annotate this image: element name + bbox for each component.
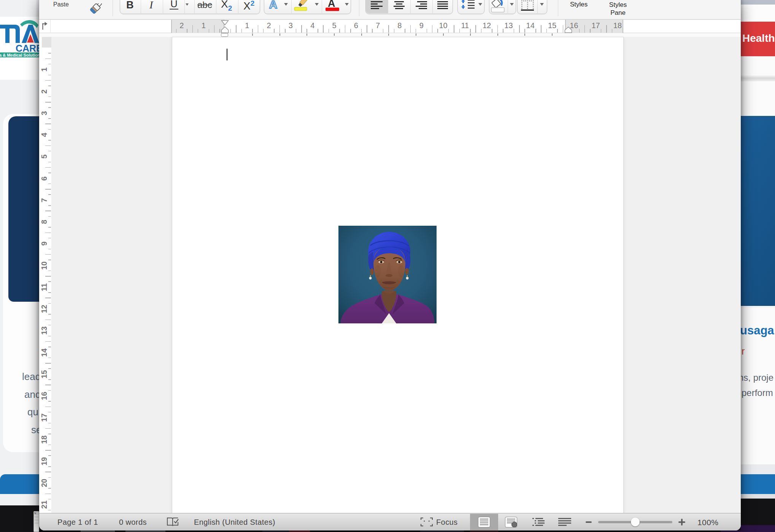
svg-text:a & Medical Solution: a & Medical Solution (0, 53, 39, 57)
